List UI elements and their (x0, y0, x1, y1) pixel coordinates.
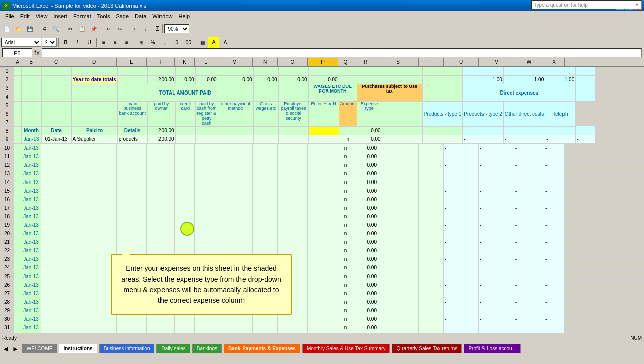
cell-row16-col18[interactable]: - (514, 221, 544, 229)
cell-row13-col18[interactable]: - (514, 195, 544, 204)
cell-row16-col9[interactable] (253, 221, 278, 229)
cell-row16-col16[interactable]: - (444, 221, 479, 229)
cell-row8-col14[interactable] (378, 152, 419, 161)
cell-row9-col1[interactable]: Jan-13 (21, 161, 41, 169)
cell-row19-col0[interactable] (14, 246, 21, 255)
decrease-decimal-button[interactable]: .00 (182, 37, 193, 48)
cell-row15-col3[interactable] (71, 212, 117, 221)
cell-row15-col14[interactable] (378, 212, 419, 221)
cell-row26-col16[interactable]: - (444, 306, 479, 315)
cell-row20-col12[interactable]: n (338, 255, 353, 263)
paste-button[interactable]: 📌 (88, 23, 99, 34)
cell-q6[interactable]: n (339, 135, 357, 143)
cell-row12-col4[interactable] (117, 187, 147, 195)
cell-row23-col15[interactable] (419, 281, 444, 289)
cell-m1[interactable] (218, 67, 253, 75)
cell-row20-col1[interactable]: Jan-13 (21, 255, 41, 263)
cell-row11-col9[interactable] (253, 178, 278, 187)
cell-row27-col8[interactable] (217, 315, 253, 323)
cell-row15-col15[interactable] (419, 212, 444, 221)
cell-s5[interactable] (382, 126, 422, 135)
cell-row13-col8[interactable] (217, 195, 253, 204)
cell-row17-col11[interactable] (308, 229, 338, 238)
cell-row7-col17[interactable]: - (479, 144, 514, 152)
cell-row14-col14[interactable] (378, 204, 419, 212)
cell-row12-col2[interactable] (41, 187, 71, 195)
col-header-a[interactable]: A (14, 58, 21, 66)
cell-row21-col12[interactable]: n (338, 263, 353, 272)
cell-row27-col17[interactable]: - (479, 315, 514, 323)
cell-row14-col9[interactable] (253, 204, 278, 212)
cell-row8-col4[interactable] (117, 152, 147, 161)
cell-row20-col0[interactable] (14, 255, 21, 263)
cell-row18-col12[interactable]: n (338, 238, 353, 246)
cell-row24-col17[interactable]: - (479, 289, 514, 298)
tab-daily-sales[interactable]: Daily sales (156, 344, 190, 353)
cell-row10-col18[interactable]: - (514, 169, 544, 178)
cell-row15-col18[interactable]: - (514, 212, 544, 221)
cell-row13-col11[interactable] (308, 195, 338, 204)
cell-row9-col2[interactable] (41, 161, 71, 169)
cell-row14-col6[interactable] (175, 204, 195, 212)
cell-row21-col17[interactable]: - (479, 263, 514, 272)
cell-row15-col4[interactable] (117, 212, 147, 221)
menu-format[interactable]: Format (70, 12, 94, 20)
cell-row28-col1[interactable]: Jan-13 (21, 323, 41, 332)
cell-row16-col19[interactable]: - (544, 221, 565, 229)
cell-row7-col15[interactable] (419, 144, 444, 152)
cell-row24-col15[interactable] (419, 289, 444, 298)
cell-row13-col2[interactable] (41, 195, 71, 204)
cell-b4[interactable] (21, 101, 41, 126)
cell-row22-col13[interactable]: 0.00 (353, 272, 378, 281)
cell-row24-col18[interactable]: - (514, 289, 544, 298)
cell-row11-col8[interactable] (217, 178, 253, 187)
cell-row21-col15[interactable] (419, 263, 444, 272)
cell-row24-col13[interactable]: 0.00 (353, 289, 378, 298)
col-header-m[interactable]: M (217, 58, 253, 66)
cell-e6[interactable]: products (117, 135, 147, 143)
cell-row27-col7[interactable] (195, 315, 217, 323)
cell-row22-col0[interactable] (14, 272, 21, 281)
cell-row19-col19[interactable]: - (544, 246, 565, 255)
cell-row28-col9[interactable] (253, 323, 278, 332)
cell-s1[interactable] (382, 67, 422, 75)
cell-s2[interactable] (382, 75, 422, 84)
cell-row25-col15[interactable] (419, 298, 444, 306)
cell-row11-col14[interactable] (378, 178, 419, 187)
cell-l6[interactable] (195, 135, 218, 143)
cell-row9-col17[interactable]: - (479, 161, 514, 169)
cell-row11-col1[interactable]: Jan-13 (21, 178, 41, 187)
cell-u5[interactable]: - (463, 126, 504, 135)
cell-t6[interactable] (422, 135, 463, 143)
cell-row25-col0[interactable] (14, 298, 21, 306)
cell-row11-col7[interactable] (195, 178, 217, 187)
cell-w6[interactable]: - (545, 135, 576, 143)
cell-row15-col11[interactable] (308, 212, 338, 221)
cell-row13-col1[interactable]: Jan-13 (21, 195, 41, 204)
cell-row20-col11[interactable] (308, 255, 338, 263)
cell-row28-col10[interactable] (278, 323, 308, 332)
cell-row26-col15[interactable] (419, 306, 444, 315)
cell-row17-col16[interactable]: - (444, 229, 479, 238)
tab-welcome[interactable]: WELCOME (22, 344, 57, 353)
cell-row8-col19[interactable]: - (544, 152, 565, 161)
cell-row11-col17[interactable]: - (479, 178, 514, 187)
cell-row12-col13[interactable]: 0.00 (353, 187, 378, 195)
cell-row27-col1[interactable]: Jan-13 (21, 315, 41, 323)
cell-row9-col16[interactable]: - (444, 161, 479, 169)
cell-row22-col17[interactable]: - (479, 272, 514, 281)
zoom-combo[interactable]: 90% 100% 75% (164, 24, 189, 33)
cell-x1[interactable] (576, 67, 596, 75)
cell-row7-col11[interactable] (308, 144, 338, 152)
cell-row14-col16[interactable]: - (444, 204, 479, 212)
cell-row9-col15[interactable] (419, 161, 444, 169)
cell-row25-col18[interactable]: - (514, 298, 544, 306)
cell-row8-col17[interactable]: - (479, 152, 514, 161)
col-header-i[interactable]: I (147, 58, 175, 66)
cell-row15-col0[interactable] (14, 212, 21, 221)
cell-w5[interactable]: - (545, 126, 576, 135)
cell-row28-col2[interactable] (41, 323, 71, 332)
cell-row13-col9[interactable] (253, 195, 278, 204)
cell-i2[interactable]: 200.00 (147, 75, 175, 84)
merge-button[interactable]: ⊞ (136, 37, 147, 48)
